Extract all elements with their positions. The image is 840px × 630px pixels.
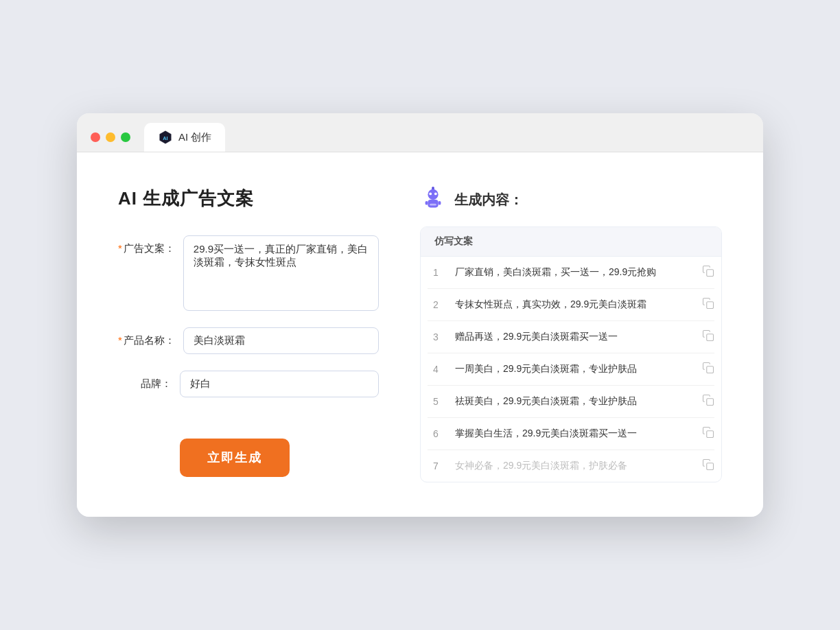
- result-row-num: 1: [428, 267, 448, 278]
- robot-icon: [420, 187, 446, 213]
- copy-icon[interactable]: [702, 297, 714, 312]
- browser-titlebar: AI AI 创作: [77, 113, 763, 152]
- result-row: 2专抹女性斑点，真实功效，29.9元美白淡斑霜: [428, 289, 714, 321]
- result-row: 7女神必备，29.9元美白淡斑霜，护肤必备: [428, 450, 714, 482]
- svg-rect-14: [707, 302, 714, 309]
- result-row: 6掌握美白生活，29.9元美白淡斑霜买一送一: [428, 418, 714, 450]
- copy-icon[interactable]: [702, 265, 714, 280]
- result-table-wrapper: 仿写文案 1厂家直销，美白淡斑霜，买一送一，29.9元抢购2专抹女性斑点，真实功…: [420, 226, 722, 482]
- result-row: 5祛斑美白，29.9元美白淡斑霜，专业护肤品: [428, 386, 714, 418]
- result-row-num: 4: [428, 364, 448, 375]
- right-panel: 生成内容： 仿写文案 1厂家直销，美白淡斑霜，买一送一，29.9元抢购2专抹女性…: [420, 187, 722, 482]
- browser-tab[interactable]: AI AI 创作: [144, 123, 225, 152]
- result-header: 生成内容：: [420, 187, 722, 213]
- generate-button[interactable]: 立即生成: [180, 439, 290, 477]
- svg-point-9: [432, 187, 434, 189]
- product-name-field-group: *产品名称：: [118, 327, 379, 354]
- svg-rect-16: [707, 366, 714, 373]
- page-title: AI 生成广告文案: [118, 187, 379, 211]
- copy-icon[interactable]: [702, 394, 714, 409]
- svg-point-5: [434, 193, 437, 196]
- browser-content: AI 生成广告文案 *广告文案： 29.9买一送一，真正的厂家直销，美白淡斑霜，…: [77, 152, 763, 517]
- result-row-num: 5: [428, 396, 448, 407]
- svg-rect-18: [707, 431, 714, 438]
- result-row: 4一周美白，29.9元美白淡斑霜，专业护肤品: [428, 353, 714, 386]
- brand-input[interactable]: [180, 371, 379, 397]
- result-row-num: 7: [428, 460, 448, 471]
- result-row-num: 6: [428, 428, 448, 439]
- ai-tab-icon: AI: [158, 130, 173, 145]
- product-name-label: *产品名称：: [118, 327, 183, 347]
- svg-rect-13: [707, 270, 714, 277]
- maximize-button[interactable]: [121, 132, 130, 142]
- svg-rect-19: [707, 463, 714, 470]
- browser-window: AI AI 创作 AI 生成广告文案 *广告文案： 29.9买一送一，真正的厂家…: [77, 113, 763, 517]
- copy-icon[interactable]: [702, 362, 714, 377]
- svg-rect-17: [707, 399, 714, 406]
- result-row: 1厂家直销，美白淡斑霜，买一送一，29.9元抢购: [428, 257, 714, 289]
- result-row-text: 厂家直销，美白淡斑霜，买一送一，29.9元抢购: [448, 266, 702, 279]
- result-row-text: 赠品再送，29.9元美白淡斑霜买一送一: [448, 331, 702, 343]
- result-title: 生成内容：: [454, 191, 523, 209]
- svg-rect-12: [430, 204, 436, 206]
- left-panel: AI 生成广告文案 *广告文案： 29.9买一送一，真正的厂家直销，美白淡斑霜，…: [118, 187, 379, 482]
- svg-rect-15: [707, 334, 714, 341]
- copy-icon[interactable]: [702, 426, 714, 441]
- copy-icon[interactable]: [702, 458, 714, 474]
- brand-field-group: 品牌：: [118, 371, 379, 397]
- svg-point-4: [429, 193, 432, 196]
- result-row-text: 女神必备，29.9元美白淡斑霜，护肤必备: [448, 460, 702, 472]
- result-row-num: 2: [428, 299, 448, 310]
- svg-text:AI: AI: [163, 135, 167, 141]
- required-star-2: *: [118, 334, 122, 346]
- result-table-header: 仿写文案: [421, 227, 721, 257]
- ad-copy-input[interactable]: 29.9买一送一，真正的厂家直销，美白淡斑霜，专抹女性斑点: [183, 235, 379, 311]
- tab-label: AI 创作: [178, 131, 211, 144]
- svg-rect-11: [439, 201, 441, 205]
- result-row-num: 3: [428, 331, 448, 342]
- result-row-text: 祛斑美白，29.9元美白淡斑霜，专业护肤品: [448, 395, 702, 408]
- result-rows: 1厂家直销，美白淡斑霜，买一送一，29.9元抢购2专抹女性斑点，真实功效，29.…: [421, 257, 721, 482]
- ad-copy-label: *广告文案：: [118, 235, 183, 255]
- brand-label: 品牌：: [118, 371, 180, 390]
- close-button[interactable]: [91, 132, 100, 142]
- svg-rect-10: [425, 201, 428, 205]
- copy-icon[interactable]: [702, 329, 714, 345]
- product-name-input[interactable]: [183, 327, 379, 354]
- required-star-1: *: [118, 242, 122, 254]
- minimize-button[interactable]: [106, 132, 115, 142]
- result-row-text: 掌握美白生活，29.9元美白淡斑霜买一送一: [448, 428, 702, 440]
- ad-copy-field-group: *广告文案： 29.9买一送一，真正的厂家直销，美白淡斑霜，专抹女性斑点: [118, 235, 379, 311]
- result-row-text: 专抹女性斑点，真实功效，29.9元美白淡斑霜: [448, 299, 702, 311]
- result-row: 3赠品再送，29.9元美白淡斑霜买一送一: [428, 321, 714, 353]
- traffic-lights: [91, 132, 130, 142]
- result-row-text: 一周美白，29.9元美白淡斑霜，专业护肤品: [448, 363, 702, 375]
